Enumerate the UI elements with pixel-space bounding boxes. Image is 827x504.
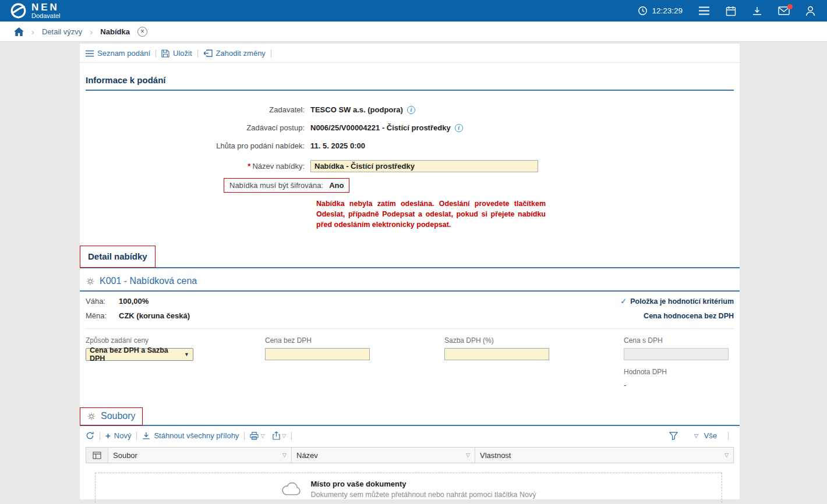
k001-title: K001 - Nabídková cena: [100, 276, 197, 286]
kriterium-note: ✓ Položka je hodnotící kritérium: [620, 297, 734, 306]
k001-header: K001 - Nabídková cena: [80, 268, 740, 291]
nazev-nabidky-row: *Název nabídky:: [86, 157, 734, 175]
informace-k-podani-section: Informace k podání Zadavatel: TESCO SW a…: [80, 75, 740, 230]
list-icon: [86, 50, 94, 57]
download-button[interactable]: [752, 6, 762, 16]
discard-icon: [203, 49, 213, 57]
k001-summary: Váha: 100,00% ✓ Položka je hodnotící kri…: [80, 292, 740, 323]
breadcrumb-nabidka: Nabídka: [100, 27, 130, 36]
ulozit-button[interactable]: Uložit: [161, 49, 192, 58]
vse-filter-button[interactable]: Vše: [704, 431, 717, 440]
clock-icon: [638, 6, 648, 16]
export-button[interactable]: ▽: [273, 431, 286, 440]
cena-bez-dph-field: Cena bez DPH: [265, 336, 444, 389]
page-background: Seznam podání Uložit: [0, 42, 827, 499]
column-header-nazev[interactable]: Název ▽: [292, 448, 475, 463]
sifrovana-highlight-box: Nabídka musí být šifrována: Ano: [224, 178, 349, 193]
detail-nabidky-highlight-box: Detail nabídky: [80, 246, 155, 268]
brand-subtitle: Dodavatel: [31, 12, 61, 19]
stahnout-prilohy-button[interactable]: Stáhnout všechny přílohy: [142, 431, 239, 440]
breadcrumb: › Detail výzvy › Nabídka ×: [0, 22, 827, 42]
calendar-button[interactable]: [726, 6, 736, 16]
print-dropdown-icon: ▽: [260, 433, 264, 439]
hodnota-dph-label: Hodnota DPH: [624, 368, 734, 376]
column-filter-icon[interactable]: ▽: [724, 452, 729, 458]
zpusob-zadani-select[interactable]: Cena bez DPH a Sazba DPH ▼: [86, 348, 193, 361]
vaha-value: 100,00%: [119, 297, 149, 306]
detail-nabidky-section: Detail nabídky K001 - Nabídková cena Váh…: [80, 246, 740, 389]
messages-button[interactable]: [778, 6, 790, 15]
mena-row: Měna: CZK (koruna česká) Cena hodnocena …: [86, 308, 734, 323]
plus-icon: +: [105, 431, 111, 440]
zpusob-zadani-label: Způsob zadání ceny: [86, 336, 265, 345]
sifrovana-value: Ano: [329, 181, 344, 190]
dropzone-title: Místo pro vaše dokumenty: [310, 480, 536, 488]
sifrovana-label: Nabídka musí být šifrována:: [229, 181, 323, 190]
info-icon[interactable]: i: [455, 124, 463, 132]
refresh-button[interactable]: [86, 431, 94, 440]
notification-dot: [787, 4, 793, 9]
cena-bez-dph-input[interactable]: [265, 348, 370, 360]
sazba-dph-label: Sazba DPH (%): [444, 336, 624, 345]
breadcrumb-detail-vyzvy[interactable]: Detail výzvy: [42, 27, 82, 36]
printer-icon: [250, 432, 259, 440]
vaha-row: Váha: 100,00% ✓ Položka je hodnotící kri…: [86, 294, 734, 308]
gear-icon: [86, 277, 95, 286]
topbar: NEN Dodavatel 12:23:29: [0, 0, 827, 22]
cena-s-dph-label: Cena s DPH: [624, 336, 734, 345]
lhuta-row: Lhůta pro podání nabídek: 11. 5. 2025 0:…: [86, 137, 734, 155]
novy-button[interactable]: + Nový: [105, 431, 131, 440]
hamburger-icon: [698, 6, 710, 15]
content-panel: Seznam podání Uložit: [80, 44, 740, 499]
zpusob-zadani-selected: Cena bez DPH a Sazba DPH: [90, 346, 184, 363]
table-settings-button[interactable]: [86, 448, 108, 463]
hodnoceni-note: Cena hodnocena bez DPH: [644, 312, 734, 320]
breadcrumb-chevron-icon: ›: [31, 27, 34, 36]
toolbar-separator: [197, 49, 198, 58]
info-icon[interactable]: i: [407, 106, 415, 114]
check-icon: ✓: [620, 297, 627, 306]
files-table-header: Soubor ▽ Název ▽ Vlastnost ▽: [86, 447, 734, 463]
hodnota-dph-field: Hodnota DPH -: [624, 368, 734, 389]
gear-icon: [87, 412, 96, 421]
export-icon: [273, 431, 280, 440]
file-dropzone[interactable]: Místo pro vaše dokumenty Dokumenty sem m…: [95, 473, 722, 504]
table-settings-icon: [93, 452, 101, 459]
close-tab-icon[interactable]: ×: [137, 27, 147, 37]
toolbar-separator: [244, 432, 245, 440]
cloud-upload-icon: [281, 482, 302, 497]
chevron-down-icon: ▼: [184, 352, 189, 357]
user-icon: [805, 6, 815, 16]
column-filter-icon[interactable]: ▽: [466, 452, 470, 458]
user-button[interactable]: [805, 6, 815, 16]
section-rule: [86, 90, 734, 91]
sifrovana-row: Nabídka musí být šifrována: Ano: [224, 178, 734, 193]
column-filter-icon[interactable]: ▽: [282, 452, 287, 458]
vse-dropdown-icon[interactable]: ▽: [694, 433, 698, 439]
toolbar-separator: [291, 432, 292, 440]
funnel-icon: [669, 432, 678, 440]
brand-name: NEN: [31, 2, 61, 13]
refresh-icon: [86, 431, 94, 440]
zahodit-zmeny-button[interactable]: Zahodit změny: [203, 49, 266, 58]
current-time: 12:23:29: [652, 6, 683, 15]
vaha-label: Váha:: [86, 297, 119, 306]
home-icon[interactable]: [14, 27, 24, 36]
print-button[interactable]: ▽: [250, 432, 264, 440]
section-title-informace: Informace k podání: [86, 75, 734, 85]
column-header-vlastnost[interactable]: Vlastnost ▽: [475, 448, 733, 463]
filter-button[interactable]: [669, 432, 678, 440]
zadavaci-postup-value: N006/25/V00004221 - Čistící prostředky: [310, 123, 451, 132]
zadavaci-postup-row: Zadávací postup: N006/25/V00004221 - Čis…: [86, 119, 734, 137]
seznam-podani-button[interactable]: Seznam podání: [86, 49, 150, 58]
nazev-nabidky-input[interactable]: [310, 160, 538, 172]
sazba-dph-input[interactable]: [444, 348, 549, 360]
column-header-soubor[interactable]: Soubor ▽: [108, 448, 292, 463]
topbar-actions: 12:23:29: [638, 6, 815, 16]
section-title-detail: Detail nabídky: [88, 251, 147, 261]
breadcrumb-chevron-icon: ›: [90, 27, 93, 36]
toolbar-separator: [155, 49, 156, 58]
soubory-title: Soubory: [101, 411, 136, 421]
brand[interactable]: NEN Dodavatel: [10, 2, 61, 20]
menu-button[interactable]: [698, 6, 710, 15]
